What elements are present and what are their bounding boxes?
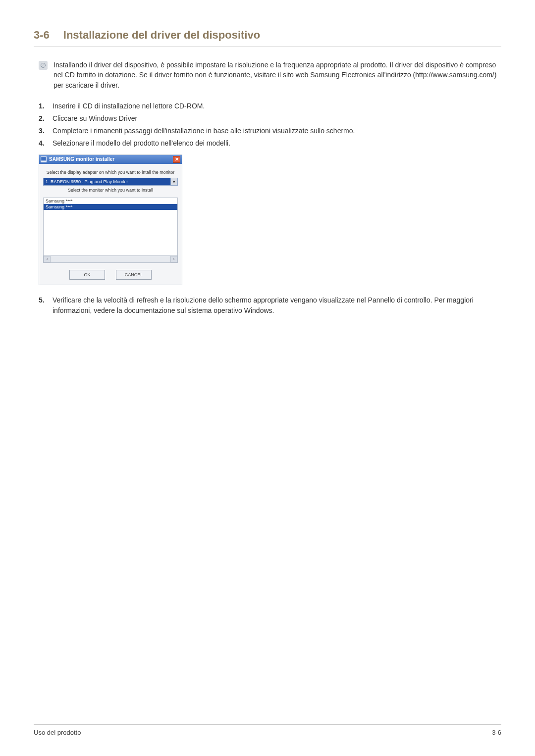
scroll-left-icon[interactable]: ‹ [44,256,51,262]
scroll-track[interactable] [51,256,170,262]
step-text: Completare i rimanenti passaggi dell'ins… [53,126,355,136]
footer-left: Uso del prodotto [34,729,81,736]
footer-right: 3-6 [492,729,501,736]
close-icon[interactable]: ✕ [173,156,180,163]
monitor-list[interactable]: Samsung **** Samsung **** [43,198,178,256]
adapter-value: 1. RADEON 9550 : Plug and Play Monitor [44,178,170,185]
dialog-titlebar: SAMSUNG monitor installer ✕ [39,155,182,164]
step-item: Completare i rimanenti passaggi dell'ins… [39,126,501,136]
chevron-down-icon[interactable]: ▾ [170,178,177,185]
list-item[interactable]: Samsung **** [44,198,177,204]
section-heading: 3-6 Installazione del driver del disposi… [34,29,501,47]
step-text: Verificare che la velocità di refresh e … [53,295,501,316]
info-icon [39,61,48,70]
dialog-title: SAMSUNG monitor installer [49,156,114,162]
dialog-body: Select the display adapter on which you … [39,164,182,285]
adapter-label: Select the display adapter on which you … [43,170,178,175]
step-text: Inserire il CD di installazione nel lett… [53,101,205,111]
info-note: Installando il driver del dispositivo, è… [39,60,501,90]
installer-dialog: SAMSUNG monitor installer ✕ Select the d… [39,154,182,285]
svg-line-1 [42,64,45,67]
steps-list-cont: Verificare che la velocità di refresh e … [39,295,501,316]
steps-list: Inserire il CD di installazione nel lett… [39,101,501,149]
step-item: Verificare che la velocità di refresh e … [39,295,501,316]
info-text: Installando il driver del dispositivo, è… [54,60,501,90]
scroll-right-icon[interactable]: › [170,256,177,262]
cancel-button[interactable]: CANCEL [116,270,152,280]
list-item[interactable]: Samsung **** [44,204,177,210]
step-text: Cliccare su Windows Driver [53,113,137,124]
ok-button[interactable]: OK [69,270,105,280]
svg-rect-2 [41,157,46,160]
monitor-label: Select the monitor which you want to ins… [43,188,178,193]
adapter-select[interactable]: 1. RADEON 9550 : Plug and Play Monitor ▾ [43,178,178,186]
step-item: Selezionare il modello del prodotto nell… [39,138,501,149]
page-footer: Uso del prodotto 3-6 [34,724,501,736]
horizontal-scrollbar[interactable]: ‹ › [43,256,178,263]
step-item: Cliccare su Windows Driver [39,113,501,124]
step-item: Inserire il CD di installazione nel lett… [39,101,501,111]
section-number: 3-6 [34,29,50,42]
dialog-button-row: OK CANCEL [43,270,178,280]
step-text: Selezionare il modello del prodotto nell… [53,138,230,149]
section-title: Installazione del driver del dispositivo [63,29,260,42]
app-icon [41,156,47,162]
